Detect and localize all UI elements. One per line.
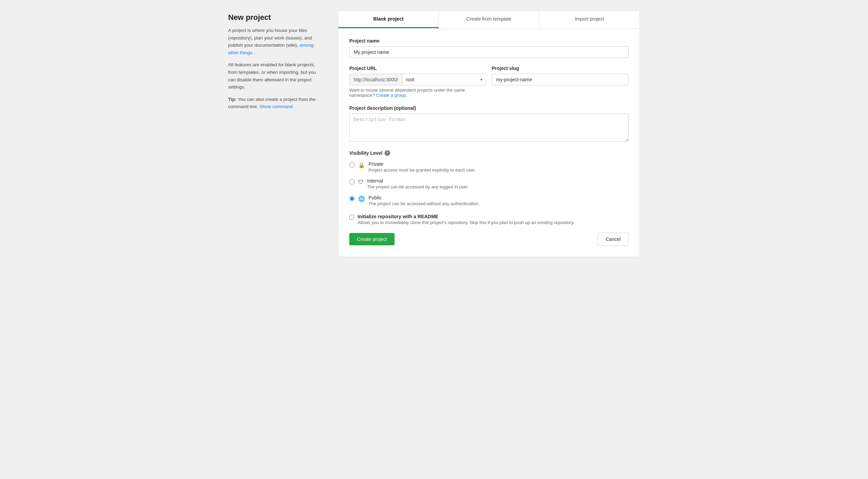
tab-import-project[interactable]: Import project xyxy=(539,11,640,28)
sidebar: New project A project is where you house… xyxy=(228,10,324,257)
internal-title: Internal xyxy=(367,178,629,184)
project-name-group: Project name xyxy=(349,38,629,58)
project-name-label: Project name xyxy=(349,38,629,44)
private-title: Private xyxy=(368,161,629,167)
visibility-public-radio[interactable] xyxy=(349,196,355,201)
project-slug-input[interactable] xyxy=(492,74,629,85)
visibility-private-option: Private Project access must be granted e… xyxy=(349,161,629,173)
readme-desc: Allows you to immediately clone this pro… xyxy=(357,220,629,225)
namespace-hint: Want to house several dependent projects… xyxy=(349,87,486,98)
project-url-group: Project URL http://localhost:3000/ root … xyxy=(349,66,486,98)
project-slug-label: Project slug xyxy=(492,66,629,71)
public-desc: The project can be accessed without any … xyxy=(368,201,629,206)
visibility-internal-radio[interactable] xyxy=(349,179,355,185)
show-command-link[interactable]: Show command xyxy=(260,104,293,109)
namespace-select[interactable]: root xyxy=(402,74,486,85)
visibility-internal-option: Internal The project can be accessed by … xyxy=(349,178,629,189)
tab-blank-project[interactable]: Blank project xyxy=(338,11,439,28)
tab-create-from-template[interactable]: Create from template xyxy=(439,11,539,28)
public-title: Public xyxy=(368,195,629,200)
url-input-group: http://localhost:3000/ root ▾ xyxy=(349,74,486,85)
visibility-section: Visibility Level ? Private Project acces… xyxy=(349,150,629,206)
page-title: New project xyxy=(228,13,324,22)
form-actions: Create project Cancel xyxy=(349,233,629,246)
project-name-input[interactable] xyxy=(349,46,629,58)
cancel-button[interactable]: Cancel xyxy=(598,233,629,246)
lock-icon xyxy=(358,162,365,169)
namespace-select-wrapper: root ▾ xyxy=(402,74,486,85)
url-prefix: http://localhost:3000/ xyxy=(350,74,402,85)
page-container: New project A project is where you house… xyxy=(228,10,640,257)
visibility-private-radio[interactable] xyxy=(349,162,355,168)
visibility-help-icon[interactable]: ? xyxy=(385,150,390,156)
internal-desc: The project can be accessed by any logge… xyxy=(367,184,629,189)
project-description-group: Project description (optional) xyxy=(349,105,629,143)
form-body: Project name Project URL http://localhos… xyxy=(338,28,640,257)
project-slug-group: Project slug xyxy=(492,66,629,85)
project-description-input[interactable] xyxy=(349,114,629,142)
sidebar-description1: A project is where you house your files … xyxy=(228,27,324,56)
main-panel: Blank project Create from template Impor… xyxy=(338,10,640,257)
readme-checkbox[interactable] xyxy=(349,215,354,220)
url-slug-row: Project URL http://localhost:3000/ root … xyxy=(349,66,629,98)
create-group-link[interactable]: Create a group. xyxy=(376,93,407,98)
shield-icon xyxy=(358,178,364,186)
visibility-public-option: Public The project can be accessed witho… xyxy=(349,195,629,206)
project-description-label: Project description (optional) xyxy=(349,105,629,111)
tabs-container: Blank project Create from template Impor… xyxy=(338,11,640,28)
sidebar-tip: Tip: You can also create a project from … xyxy=(228,96,324,110)
private-desc: Project access must be granted explicitl… xyxy=(368,167,629,173)
readme-option: Initialize repository with a README Allo… xyxy=(349,214,629,225)
project-url-label: Project URL xyxy=(349,66,486,71)
create-project-button[interactable]: Create project xyxy=(349,233,395,245)
readme-label: Initialize repository with a README xyxy=(357,214,629,219)
globe-icon xyxy=(358,195,365,202)
visibility-label: Visibility Level ? xyxy=(349,150,629,156)
sidebar-description2: All features are enabled for blank proje… xyxy=(228,61,324,91)
